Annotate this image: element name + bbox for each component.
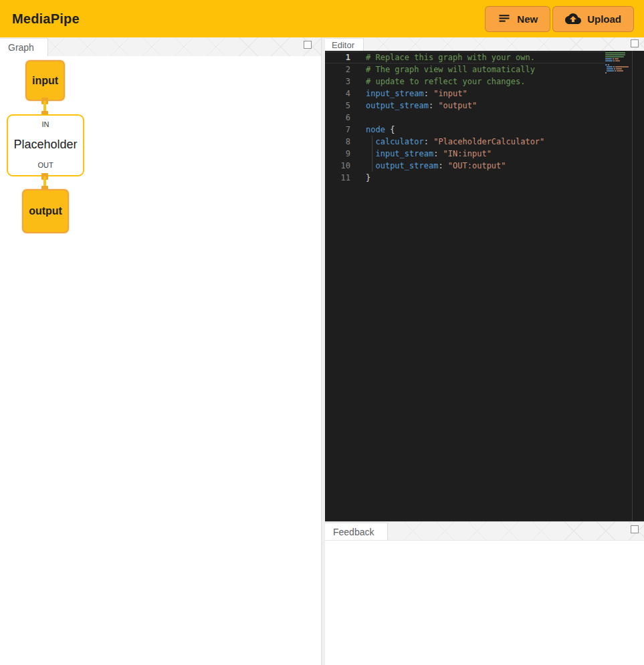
line-number: 9 [325,148,350,160]
node-calculator-name: Placeholder [13,138,77,152]
feedback-content [325,540,644,665]
graph-expand-icon[interactable] [304,41,312,49]
code-lines: 1# Replace this graph with your own.2# T… [325,51,605,184]
tab-graph[interactable]: Graph [0,38,48,56]
line-number: 3 [325,76,350,88]
line-number: 7 [325,124,350,136]
app-header: MediaPipe New Upload [0,0,644,37]
editor-panel: Editor 1# Replace this graph with your o… [325,37,644,521]
code-line[interactable]: 6 [325,112,605,124]
code-text: output_stream: "OUT:output" [350,160,506,172]
feedback-panel: Feedback [325,521,644,665]
editor-minimap[interactable] [605,52,631,74]
right-column: Editor 1# Replace this graph with your o… [325,37,644,665]
minimap-row [605,58,631,59]
feedback-tabbar: Feedback [325,521,644,540]
code-line[interactable]: 2# The graph view will automatically [325,63,605,76]
graph-panel: Graph input IN Placeholder OUT output [0,37,322,665]
code-text: } [350,172,370,184]
code-text: # Replace this graph with your own. [350,51,535,63]
minimap-row [605,70,631,72]
line-number: 4 [325,88,350,100]
minimap-row [605,60,631,61]
line-number: 11 [325,172,350,184]
code-line[interactable]: 4input_stream: "input" [325,88,605,100]
editor-tabbar: Editor [325,37,644,51]
minimap-row [605,62,631,63]
minimap-row [605,52,631,53]
upload-button-label: Upload [587,13,621,25]
indent-guide [372,136,372,148]
code-text: # update to reflect your changes. [350,76,525,88]
graph-tabbar: Graph [0,37,321,56]
graph-node-input-label: input [32,75,58,87]
code-line[interactable]: 7node { [325,124,605,136]
indent-guide [372,160,372,172]
code-text: input_stream: "input" [350,88,467,100]
new-document-lines-icon [498,12,511,25]
code-text: output_stream: "output" [350,100,477,112]
new-button[interactable]: New [485,6,550,32]
code-line[interactable]: 8 calculator: "PlaceholderCalculator" [325,136,605,148]
line-number: 8 [325,136,350,148]
code-text: node { [350,124,395,136]
cloud-upload-icon [565,11,581,27]
new-button-label: New [517,13,538,25]
graph-node-placeholder[interactable]: IN Placeholder OUT [7,114,84,176]
minimap-row [605,72,631,74]
code-line[interactable]: 1# Replace this graph with your own. [325,51,605,63]
minimap-row [605,68,631,70]
upload-button[interactable]: Upload [552,6,634,32]
code-line[interactable]: 11} [325,172,605,184]
line-number: 10 [325,160,350,172]
code-text: # The graph view will automatically [350,63,535,76]
node-in-port: IN [42,120,49,128]
graph-node-output[interactable]: output [22,189,69,233]
code-line[interactable]: 9 input_stream: "IN:input" [325,148,605,160]
minimap-row [605,64,631,65]
line-number: 6 [325,112,350,124]
tab-editor[interactable]: Editor [325,38,364,51]
feedback-expand-icon[interactable] [631,525,639,533]
graph-node-input[interactable]: input [25,60,65,101]
minimap-row [605,66,631,68]
code-editor[interactable]: 1# Replace this graph with your own.2# T… [325,51,644,521]
header-actions: New Upload [485,6,634,32]
minimap-row [605,56,631,57]
code-line[interactable]: 3# update to reflect your changes. [325,76,605,88]
node-out-port: OUT [37,161,53,169]
graph-node-output-label: output [29,205,62,217]
tab-feedback[interactable]: Feedback [325,523,388,540]
code-text: calculator: "PlaceholderCalculator" [350,136,544,148]
overview-ruler-border [632,51,633,521]
line-number: 5 [325,100,350,112]
indent-guide [372,148,372,160]
code-line[interactable]: 5output_stream: "output" [325,100,605,112]
code-line[interactable]: 10 output_stream: "OUT:output" [325,160,605,172]
app-title: MediaPipe [12,11,80,27]
editor-expand-icon[interactable] [631,39,639,47]
line-number: 1 [325,51,350,63]
line-number: 2 [325,63,350,76]
graph-canvas[interactable]: input IN Placeholder OUT output [0,56,321,665]
workspace: Graph input IN Placeholder OUT output [0,37,644,665]
minimap-row [605,54,631,55]
